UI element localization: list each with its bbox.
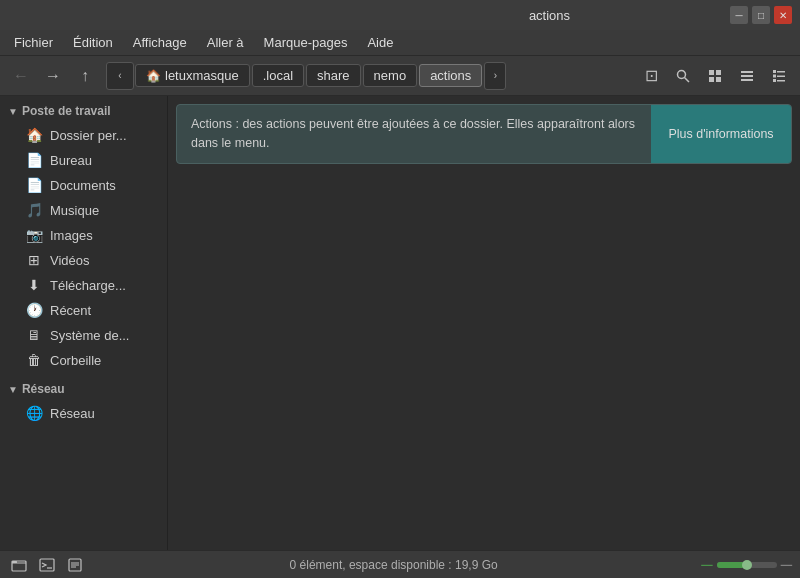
- svg-rect-11: [773, 74, 776, 77]
- sidebar-item-images[interactable]: 📷 Images: [4, 223, 163, 247]
- menu-aller[interactable]: Aller à: [197, 33, 254, 52]
- svg-rect-10: [777, 71, 785, 73]
- titlebar: actions ─ □ ✕: [0, 0, 800, 30]
- menu-edition[interactable]: Édition: [63, 33, 123, 52]
- window-controls: ─ □ ✕: [730, 6, 792, 24]
- breadcrumb-nemo[interactable]: nemo: [363, 64, 418, 87]
- system-icon: 🖥: [26, 327, 42, 343]
- svg-rect-5: [716, 77, 721, 82]
- svg-rect-4: [709, 77, 714, 82]
- videos-icon: ⊞: [26, 252, 42, 268]
- svg-rect-8: [741, 79, 753, 81]
- view-controls: ⊡: [636, 61, 794, 91]
- collapse-arrow-reseau: ▼: [8, 384, 18, 395]
- svg-rect-6: [741, 71, 753, 73]
- zoom-handle: [742, 560, 752, 570]
- svg-rect-12: [777, 75, 785, 77]
- documents-icon: 📄: [26, 177, 42, 193]
- statusbar-info: 0 élément, espace disponible : 19,9 Go: [92, 558, 695, 572]
- svg-rect-14: [777, 80, 785, 82]
- breadcrumb-nav-right[interactable]: ›: [484, 62, 506, 90]
- svg-rect-16: [12, 561, 17, 563]
- svg-rect-2: [709, 70, 714, 75]
- back-button[interactable]: ←: [6, 61, 36, 91]
- desktop-icon: 📄: [26, 152, 42, 168]
- restore-button[interactable]: ⊡: [636, 61, 666, 91]
- icon-compact-button[interactable]: [764, 61, 794, 91]
- trash-icon: 🗑: [26, 352, 42, 368]
- window-title: actions: [369, 8, 730, 23]
- sidebar-item-videos[interactable]: ⊞ Vidéos: [4, 248, 163, 272]
- content-area: Actions : des actions peuvent être ajout…: [168, 96, 800, 550]
- svg-line-1: [685, 77, 690, 82]
- breadcrumb-local[interactable]: .local: [252, 64, 304, 87]
- svg-rect-13: [773, 79, 776, 82]
- svg-rect-9: [773, 70, 776, 73]
- svg-rect-3: [716, 70, 721, 75]
- sidebar-section-reseau[interactable]: ▼ Réseau: [0, 378, 167, 400]
- menubar: Fichier Édition Affichage Aller à Marque…: [0, 30, 800, 56]
- collapse-arrow-poste: ▼: [8, 106, 18, 117]
- images-icon: 📷: [26, 227, 42, 243]
- breadcrumb-share[interactable]: share: [306, 64, 361, 87]
- sidebar: ▼ Poste de travail 🏠 Dossier per... 📄 Bu…: [0, 96, 168, 550]
- icon-grid-button[interactable]: [700, 61, 730, 91]
- zoom-minus-icon: ─: [701, 556, 712, 574]
- minimize-button[interactable]: ─: [730, 6, 748, 24]
- breadcrumb: ‹ 🏠 letuxmasque .local share nemo action…: [106, 62, 630, 90]
- menu-aide[interactable]: Aide: [357, 33, 403, 52]
- downloads-icon: ⬇: [26, 277, 42, 293]
- breadcrumb-letuxmasque[interactable]: 🏠 letuxmasque: [135, 64, 250, 87]
- up-button[interactable]: ↑: [70, 61, 100, 91]
- statusbar-properties-button[interactable]: [64, 554, 86, 576]
- home-icon: 🏠: [26, 127, 42, 143]
- menu-marquepages[interactable]: Marque-pages: [254, 33, 358, 52]
- more-info-button[interactable]: Plus d'informations: [651, 105, 791, 163]
- breadcrumb-actions[interactable]: actions: [419, 64, 482, 87]
- sidebar-item-dossier[interactable]: 🏠 Dossier per...: [4, 123, 163, 147]
- svg-rect-7: [741, 75, 753, 77]
- breadcrumb-nav-left[interactable]: ‹: [106, 62, 134, 90]
- info-banner: Actions : des actions peuvent être ajout…: [176, 104, 792, 164]
- sidebar-section-poste[interactable]: ▼ Poste de travail: [0, 100, 167, 122]
- search-button[interactable]: [668, 61, 698, 91]
- toolbar: ← → ↑ ‹ 🏠 letuxmasque .local share nemo …: [0, 56, 800, 96]
- zoom-slider[interactable]: [717, 562, 777, 568]
- sidebar-item-corbeille[interactable]: 🗑 Corbeille: [4, 348, 163, 372]
- sidebar-item-telechargements[interactable]: ⬇ Télécharge...: [4, 273, 163, 297]
- sidebar-item-recent[interactable]: 🕐 Récent: [4, 298, 163, 322]
- maximize-button[interactable]: □: [752, 6, 770, 24]
- icon-list-button[interactable]: [732, 61, 762, 91]
- zoom-control: ─ ─: [701, 556, 792, 574]
- sidebar-item-documents[interactable]: 📄 Documents: [4, 173, 163, 197]
- main-area: ▼ Poste de travail 🏠 Dossier per... 📄 Bu…: [0, 96, 800, 550]
- statusbar-new-folder-button[interactable]: [8, 554, 30, 576]
- sidebar-item-reseau[interactable]: 🌐 Réseau: [4, 401, 163, 425]
- statusbar: 0 élément, espace disponible : 19,9 Go ─…: [0, 550, 800, 578]
- music-icon: 🎵: [26, 202, 42, 218]
- statusbar-open-terminal-button[interactable]: [36, 554, 58, 576]
- sidebar-item-musique[interactable]: 🎵 Musique: [4, 198, 163, 222]
- forward-button[interactable]: →: [38, 61, 68, 91]
- close-button[interactable]: ✕: [774, 6, 792, 24]
- menu-affichage[interactable]: Affichage: [123, 33, 197, 52]
- zoom-plus-icon: ─: [781, 556, 792, 574]
- network-icon: 🌐: [26, 405, 42, 421]
- sidebar-item-bureau[interactable]: 📄 Bureau: [4, 148, 163, 172]
- info-banner-text: Actions : des actions peuvent être ajout…: [177, 105, 651, 163]
- sidebar-item-systeme[interactable]: 🖥 Système de...: [4, 323, 163, 347]
- menu-fichier[interactable]: Fichier: [4, 33, 63, 52]
- svg-point-0: [678, 70, 686, 78]
- recent-icon: 🕐: [26, 302, 42, 318]
